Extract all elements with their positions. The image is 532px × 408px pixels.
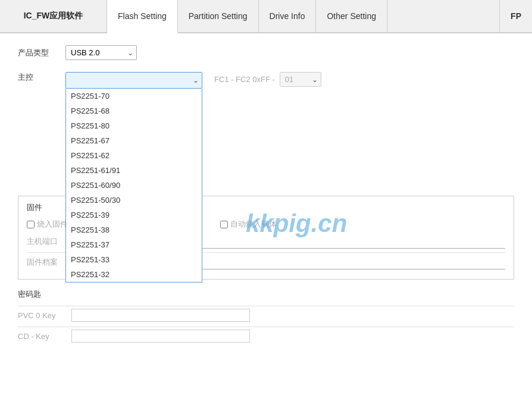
cd-row: CD - Key xyxy=(18,329,514,343)
controller-label: 主控 xyxy=(18,72,60,83)
tab-ic-fw[interactable]: IC_FW应用软件 xyxy=(0,0,107,32)
controller-option-ps2251-39[interactable]: PS2251-39 xyxy=(66,208,202,222)
pvc-input[interactable] xyxy=(71,309,250,322)
pvc-label: PVC 0 Key xyxy=(18,311,71,320)
product-type-label: 产品类型 xyxy=(18,48,60,58)
tab-partition-setting[interactable]: Partition Setting xyxy=(178,0,259,32)
controller-option-ps2251-38[interactable]: PS2251-38 xyxy=(66,222,202,237)
controller-option-ps2251-62[interactable]: PS2251-62 xyxy=(66,148,202,163)
controller-option-ps2251-68[interactable]: PS2251-68 xyxy=(66,103,202,118)
tab-other-setting[interactable]: Other Setting xyxy=(316,0,387,32)
burn-firmware-checkbox-label[interactable]: 烧入固件 xyxy=(27,219,68,230)
controller-option-ps2251-60-90[interactable]: PS2251-60/90 xyxy=(66,178,202,193)
pvc-row: PVC 0 Key xyxy=(18,309,514,322)
controller-option-ps2251-80[interactable]: PS2251-80 xyxy=(66,118,202,133)
divider-2 xyxy=(18,306,514,306)
product-type-select[interactable]: USB 2.0 USB 3.0 USB 3.1 xyxy=(65,45,137,60)
fc-label: FC1 - FC2 0xFF - xyxy=(214,75,275,84)
controller-input[interactable] xyxy=(65,72,202,89)
password-section: 密码匙 PVC 0 Key CD - Key xyxy=(18,289,514,343)
controller-option-ps2251-67[interactable]: PS2251-67 xyxy=(66,133,202,148)
product-type-row: 产品类型 USB 2.0 USB 3.0 USB 3.1 ⌄ xyxy=(18,45,514,60)
controller-option-ps2251-33[interactable]: PS2251-33 xyxy=(66,252,202,267)
controller-option-ps2251-32[interactable]: PS2251-32 xyxy=(66,267,202,282)
controller-option-ps2251-50-30[interactable]: PS2251-50/30 xyxy=(66,193,202,208)
product-type-select-wrapper: USB 2.0 USB 3.0 USB 3.1 ⌄ xyxy=(65,45,137,60)
burn-firmware-label: 烧入固件 xyxy=(37,219,68,230)
divider-3 xyxy=(18,327,514,327)
tab-bar: IC_FW应用软件 Flash Setting Partition Settin… xyxy=(0,0,532,33)
auto-burn-label: 自动烧入韧体 xyxy=(230,219,277,230)
controller-dropdown-container: ⌄ PS2251-70 PS2251-68 PS2251-80 PS2251-6… xyxy=(65,72,202,89)
cd-input[interactable] xyxy=(71,329,250,343)
controller-dropdown-list: PS2251-70 PS2251-68 PS2251-80 PS2251-67 … xyxy=(65,89,202,283)
tab-flash-setting[interactable]: Flash Setting xyxy=(107,0,178,33)
cd-label: CD - Key xyxy=(18,332,71,341)
controller-option-ps2251-37[interactable]: PS2251-37 xyxy=(66,237,202,252)
tab-fp[interactable]: FP xyxy=(499,0,532,32)
fc-select-wrapper: 01 02 03 ⌄ xyxy=(280,72,321,87)
main-content: kkpig.cn 产品类型 USB 2.0 USB 3.0 USB 3.1 ⌄ … xyxy=(0,33,532,408)
burn-firmware-checkbox[interactable] xyxy=(27,221,35,228)
auto-burn-checkbox-label[interactable]: 自动烧入韧体 xyxy=(220,219,277,230)
fc-row: FC1 - FC2 0xFF - 01 02 03 ⌄ xyxy=(214,72,321,87)
controller-option-ps2251-61-91[interactable]: PS2251-61/91 xyxy=(66,163,202,178)
tab-drive-info[interactable]: Drive Info xyxy=(259,0,317,32)
password-section-label: 密码匙 xyxy=(18,289,60,300)
fc-select[interactable]: 01 02 03 xyxy=(280,72,321,87)
auto-burn-checkbox[interactable] xyxy=(220,221,228,228)
controller-row: 主控 ⌄ PS2251-70 PS2251-68 PS2251-80 PS225… xyxy=(18,72,514,89)
controller-option-ps2251-70[interactable]: PS2251-70 xyxy=(66,89,202,103)
